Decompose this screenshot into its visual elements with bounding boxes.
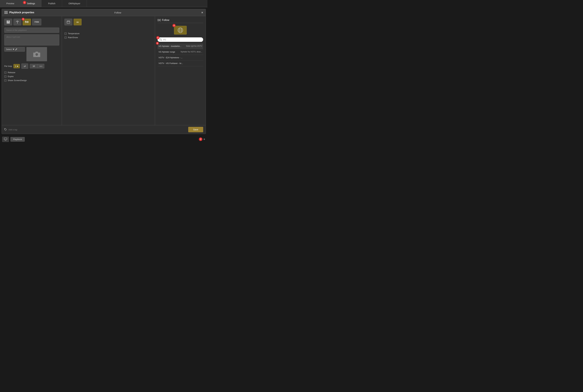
screen-button[interactable] <box>2 137 9 142</box>
add-button[interactable]: + <box>203 138 205 141</box>
svg-point-7 <box>17 22 18 22</box>
link-tool-wrapper: 3 <box>23 19 31 25</box>
tag-input[interactable] <box>8 128 187 131</box>
feed-row-2: VGTV - E24 Nyhetene - ... <box>158 56 202 59</box>
checkbox-release[interactable]: Release <box>4 71 59 74</box>
feed-desc-1: Nyheter fra VGTV, ekse... <box>181 51 202 53</box>
svg-rect-26 <box>4 138 7 140</box>
search-icon <box>159 38 162 41</box>
sec-box: 10 sec <box>30 64 44 68</box>
feed-desc-0: Siste nytt fra VGTV <box>186 45 202 47</box>
checkboxes-group: Release Expire Share ScreenDesign <box>4 71 59 82</box>
follow-icon-area: 4 <box>157 24 203 36</box>
finn-tool-button[interactable]: FINN <box>32 19 41 25</box>
loop-count-box: 1 ▶ <box>13 64 20 68</box>
checkbox-rainsnow-label: Rain/Snow <box>68 36 78 39</box>
checkbox-share[interactable]: Share ScreenDesign <box>4 79 59 82</box>
monitor-icon <box>4 138 7 140</box>
follow-title: Follow <box>162 19 169 22</box>
dialog-header-left: Playblock properties <box>4 11 34 14</box>
dialog-body: 3 FINN Select <box>2 16 206 125</box>
sec-num-value: 10 <box>30 64 38 68</box>
feed-list: 6 VG Nyheter - breddefor... Siste nytt f… <box>157 44 203 66</box>
antenna-icon <box>16 20 19 24</box>
tab-preview-label: Preview <box>6 2 14 5</box>
feed-item-3[interactable]: VGTV - VG Forklarer - br... <box>157 60 203 66</box>
tool-badge-3: 3 <box>22 18 24 20</box>
tab-omniplayer[interactable]: OMNIplayer <box>62 0 87 7</box>
mid-content: Temperature Rain/Snow <box>64 28 152 122</box>
svg-point-23 <box>160 39 161 40</box>
globe-icon <box>177 28 183 33</box>
checkbox-expire-label: Expire <box>8 75 13 78</box>
svg-rect-16 <box>159 19 161 21</box>
checkbox-share-box <box>4 79 6 82</box>
tab-settings[interactable]: 1 Settings <box>21 0 42 7</box>
svg-rect-3 <box>7 20 8 22</box>
infinity-icon: ∞ <box>76 20 79 24</box>
feed-item-1[interactable]: VG Nyheter norge Nyheter fra VGTV, ekse.… <box>157 49 203 55</box>
feed-row-3: VGTV - VG Forklarer - br... <box>158 62 202 64</box>
status-badge-2: 2 <box>199 138 202 141</box>
checkbox-share-label: Share ScreenDesign <box>8 79 27 82</box>
feed-name-3: VGTV - VG Forklarer - br... <box>158 62 183 64</box>
dialog-center-title: Follow <box>114 11 121 14</box>
select-label: Select <box>6 48 12 50</box>
edit-icon <box>15 48 17 50</box>
checkbox-temperature-label: Temperature <box>68 32 79 35</box>
select-dropdown[interactable]: Select <box>4 47 25 52</box>
tab-bar: Preview 1 Settings Publish OMNIplayer <box>0 0 207 7</box>
chevron-down-icon <box>13 49 14 50</box>
shuffle-icon: ⇄ <box>24 65 26 68</box>
right-panel: Follow 4 5 <box>155 16 206 125</box>
close-button[interactable]: × <box>201 11 203 14</box>
playblock-description-input[interactable] <box>4 34 59 46</box>
play-icon: ▶ <box>17 65 18 67</box>
svg-line-24 <box>161 40 162 41</box>
global-icon-button[interactable] <box>174 26 187 34</box>
svg-rect-15 <box>157 19 159 21</box>
tab-preview[interactable]: Preview <box>0 0 21 7</box>
mid-panel: ∞ Temperature Rain/Snow <box>62 16 155 125</box>
infinity-tool-button[interactable]: ∞ <box>74 19 81 25</box>
feed-search-input[interactable] <box>163 38 201 41</box>
tab-publish-label: Publish <box>48 2 55 5</box>
badge-4: 4 <box>172 24 176 27</box>
svg-point-25 <box>5 129 5 129</box>
feed-item-2[interactable]: VGTV - E24 Nyhetene - ... <box>157 55 203 60</box>
tag-icon <box>4 128 7 131</box>
checkbox-rainsnow-box <box>64 36 67 39</box>
calendar-icon <box>67 20 70 24</box>
svg-rect-1 <box>4 12 8 13</box>
feed-name-1: VG Nyheter norge <box>158 51 175 53</box>
playblock-name-input[interactable] <box>4 28 59 33</box>
status-bar: Playblock 2 + <box>0 136 207 142</box>
sec-unit-label: sec <box>38 64 44 68</box>
follow-link-icon <box>157 19 161 21</box>
dialog-footer: Save <box>2 125 206 134</box>
playblock-dialog: Playblock properties Follow × <box>1 9 206 134</box>
tab-omniplayer-label: OMNIplayer <box>68 2 80 5</box>
tab-publish[interactable]: Publish <box>41 0 62 7</box>
playblock-button[interactable]: Playblock <box>10 137 25 142</box>
finn-icon: FINN <box>34 21 39 23</box>
checkbox-expire-box <box>4 76 6 78</box>
status-left: Playblock <box>2 137 25 142</box>
checkbox-expire[interactable]: Expire <box>4 75 59 78</box>
layout-tool-button[interactable] <box>4 19 12 25</box>
feed-name-2: VGTV - E24 Nyhetene - ... <box>158 56 183 59</box>
checkbox-temperature[interactable]: Temperature <box>64 32 152 35</box>
feed-name-0: VG Nyheter - breddefor... <box>158 45 181 47</box>
feed-item-0[interactable]: 6 VG Nyheter - breddefor... Siste nytt f… <box>157 44 203 49</box>
shuffle-button[interactable]: ⇄ <box>21 64 28 69</box>
feed-row-0: VG Nyheter - breddefor... Siste nytt fra… <box>158 45 202 47</box>
layout-icon <box>7 20 10 24</box>
search-box: 5 <box>157 38 203 42</box>
checkbox-rainsnow[interactable]: Rain/Snow <box>64 36 152 39</box>
per-loop-label: Per loop <box>4 65 12 67</box>
calendar-tool-button[interactable] <box>64 19 72 25</box>
checkbox-temperature-box <box>64 32 67 35</box>
tab-settings-label: Settings <box>27 2 35 5</box>
antenna-tool-button[interactable] <box>13 19 21 25</box>
save-button[interactable]: Save <box>188 127 203 132</box>
